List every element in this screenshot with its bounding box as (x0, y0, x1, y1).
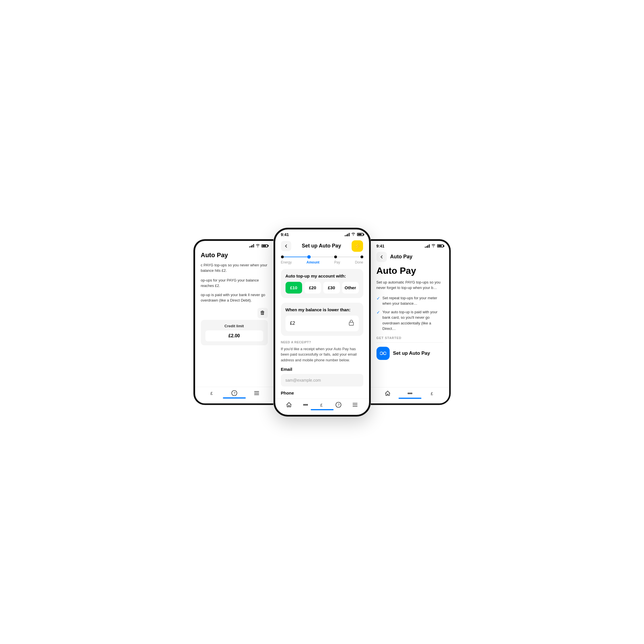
balance-title: When my balance is lower than: (286, 307, 359, 312)
email-label: Email (281, 367, 363, 372)
right-battery-icon (437, 244, 443, 247)
step-dot-done (360, 255, 363, 258)
check-icon-1: ✓ (377, 296, 380, 306)
receipt-section: NEED A RECEIPT? If you'd like a receipt … (281, 340, 363, 396)
steps-labels: Energy Amount Pay Done (281, 260, 363, 264)
lock-icon (348, 320, 354, 327)
trash-icon[interactable]: 🗑 (257, 308, 268, 318)
topup-section-card: Auto top-up my account with: £10 £20 £30… (281, 269, 363, 298)
left-bank-note: op-up is paid with your bank ll never go… (201, 292, 268, 303)
balance-value: £2 (290, 321, 295, 326)
step-connector-2 (311, 257, 334, 257)
checkmark-row-2: ✓ Your auto top-up is paid with your ban… (377, 309, 443, 332)
svg-text:?: ? (338, 403, 340, 407)
svg-point-17 (409, 393, 411, 394)
left-phone: Auto Pay c PAYG top-ups so you never whe… (193, 239, 274, 405)
step-connector-3 (337, 257, 360, 257)
svg-point-16 (408, 393, 409, 394)
center-scroll-area: Auto top-up my account with: £10 £20 £30… (275, 269, 369, 399)
phone-label: Phone (281, 391, 363, 395)
left-bullets: op-ups for your PAYG your balance reache… (201, 278, 268, 289)
right-wifi-icon (431, 244, 436, 248)
left-bottom-nav: £ ? (195, 387, 274, 400)
svg-point-18 (411, 393, 412, 394)
email-input[interactable]: sam@example.com (281, 374, 363, 387)
svg-rect-6 (349, 322, 353, 325)
scene: Auto Pay c PAYG top-ups so you never whe… (165, 228, 479, 417)
svg-text:£: £ (210, 391, 213, 395)
amount-btn-30[interactable]: £30 (323, 282, 340, 294)
left-status-bar (195, 241, 274, 249)
center-status-bar: 9:41 (275, 229, 369, 238)
center-bottom-nav: £ ? (275, 399, 369, 412)
svg-text:£: £ (431, 391, 433, 396)
center-nav-activity[interactable] (302, 402, 309, 408)
right-nav-pound[interactable]: £ (429, 390, 435, 397)
right-phone-content: Auto Pay Auto Pay Set up automatic PAYG … (371, 249, 449, 401)
divider (377, 342, 443, 343)
step-label-pay: Pay (334, 260, 340, 264)
step-connector-1 (284, 257, 307, 257)
center-nav-home[interactable] (286, 402, 292, 408)
center-nav-account[interactable]: £ (319, 402, 325, 408)
left-main-content: Auto Pay c PAYG top-ups so you never whe… (195, 249, 274, 387)
setup-autopay-button[interactable]: Set up Auto Pay (377, 347, 443, 360)
right-signal-icon (425, 244, 430, 248)
credit-limit-label: Credit limit (205, 324, 263, 328)
lightning-icon: ⚡ (354, 243, 361, 249)
left-title: Auto Pay (201, 251, 268, 259)
center-phone-content: Set up Auto Pay ⚡ Energy A (275, 238, 369, 412)
steps-container: Energy Amount Pay Done (275, 255, 369, 269)
back-button[interactable] (281, 241, 291, 251)
wifi-icon (255, 244, 260, 248)
step-dot-pay (334, 255, 337, 258)
step-label-done: Done (355, 260, 363, 264)
svg-text:£: £ (320, 403, 323, 407)
center-nav-help[interactable]: ? (335, 402, 342, 408)
nav-pound-icon[interactable]: £ (209, 390, 215, 396)
trash-icon-wrap: 🗑 (201, 308, 268, 318)
svg-text:?: ? (233, 391, 235, 395)
credit-limit-section: Credit limit £2.00 (201, 320, 268, 345)
right-page-title: Auto Pay (390, 254, 413, 260)
receipt-desc: If you'd like a receipt when your Auto P… (281, 346, 363, 363)
right-main-content: Auto Pay Set up automatic PAYG top-ups s… (371, 265, 449, 387)
infinity-icon (377, 347, 390, 360)
autopay-heading: Auto Pay (377, 265, 443, 276)
amount-options: £10 £20 £30 Other (286, 282, 359, 294)
amount-btn-10[interactable]: £10 (286, 282, 302, 294)
center-wifi-icon (351, 232, 356, 237)
nav-menu-icon[interactable] (253, 390, 260, 396)
amount-btn-20[interactable]: £20 (304, 282, 321, 294)
autopay-desc: Set up automatic PAYG top-ups so you nev… (377, 280, 443, 291)
center-battery-icon (357, 233, 363, 236)
right-phone: 9:41 Auto Pa (371, 239, 451, 405)
center-phone: 9:41 Set up (274, 228, 371, 417)
center-header: Set up Auto Pay ⚡ (275, 238, 369, 255)
left-desc: c PAYG top-ups so you never when your ba… (201, 262, 268, 274)
right-back-button[interactable] (377, 252, 387, 262)
center-signal-icon (345, 233, 350, 236)
right-nav-home[interactable] (385, 390, 391, 397)
setup-btn-text: Set up Auto Pay (393, 350, 430, 356)
right-nav-activity[interactable] (407, 390, 413, 397)
balance-row: £2 (286, 316, 359, 331)
step-label-energy: Energy (281, 260, 292, 264)
receipt-label: NEED A RECEIPT? (281, 340, 363, 344)
credit-limit-value: £2.00 (205, 330, 263, 341)
step-dot-amount (307, 255, 311, 259)
check-icon-2: ✓ (377, 310, 380, 332)
step-dot-energy (281, 255, 284, 258)
lightning-button[interactable]: ⚡ (352, 240, 363, 252)
steps-line (281, 255, 363, 259)
center-nav-menu[interactable] (352, 402, 358, 408)
check-text-2: Your auto top-up is paid with your bank … (383, 309, 443, 332)
nav-help-icon[interactable]: ? (231, 390, 237, 396)
right-status-bar: 9:41 (371, 241, 449, 249)
get-started-label: GET STARTED (377, 336, 443, 340)
topup-title: Auto top-up my account with: (286, 274, 359, 278)
balance-section-card: When my balance is lower than: £2 (281, 303, 363, 336)
right-time: 9:41 (377, 244, 385, 248)
amount-btn-other[interactable]: Other (342, 282, 359, 294)
battery-icon (261, 244, 268, 247)
